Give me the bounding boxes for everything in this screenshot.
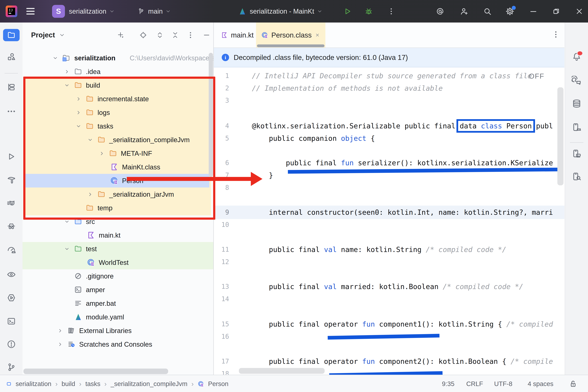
breadcrumb-separator: › [104,380,107,388]
ai-assistant-button[interactable] [435,0,445,22]
tree-row-logs[interactable]: logs [22,106,213,119]
running-devices-button[interactable] [565,148,588,158]
more-tools-button[interactable] [0,106,22,116]
close-button[interactable] [575,0,584,22]
version-control-tool-button[interactable] [0,362,22,372]
editor-vertical-scrollbar[interactable] [557,87,564,185]
hamburger-menu-icon[interactable] [26,0,34,22]
chevron-right-icon[interactable] [57,342,63,347]
tab-main-kt[interactable]: main.kt [216,22,259,48]
tree-row-external-libraries[interactable]: External Libraries [22,324,213,338]
notifications-button[interactable] [565,52,588,62]
tree-row-src[interactable]: src [22,215,213,228]
code-editor[interactable]: 1 2 3 4 5 6 7 8 9 10 11 12 13 14 15 16 1… [214,68,565,375]
more-actions[interactable] [387,0,395,22]
tree-row-test[interactable]: test [22,242,213,256]
chevron-right-icon[interactable] [76,110,81,115]
profiler-tool-button[interactable] [0,198,22,208]
chevron-down-icon[interactable] [76,124,81,129]
tree-row-main-kt[interactable]: main.kt [22,228,213,242]
add-user-button[interactable] [459,0,469,22]
panel-options-icon[interactable] [186,31,194,39]
device-explorer-button[interactable] [565,172,588,182]
readonly-toggle[interactable] [569,380,578,388]
device-manager-button[interactable] [565,122,588,132]
indent-setting[interactable]: 4 spaces [528,375,554,392]
run-button[interactable] [343,0,352,22]
editor-horizontal-scrollbar[interactable] [239,368,325,374]
settings-button[interactable] [505,0,515,22]
minimize-button[interactable] [529,0,538,22]
tree-row-temp[interactable]: temp [22,201,213,215]
tree-row-idea[interactable]: .idea [22,65,213,78]
tree-row-jarjvm[interactable]: _serialitzation_jarJvm [22,188,213,201]
tree-row-scratches[interactable]: Scratches and Consoles [22,338,213,351]
tree-row-incremental-state[interactable]: incremental.state [22,92,213,106]
file-encoding[interactable]: UTF-8 [494,375,512,392]
ai-assistant-chat-icon [572,76,582,86]
caret-position[interactable]: 9:35 [442,375,455,392]
locate-file-icon[interactable] [139,31,147,39]
breadcrumb-item[interactable]: serialitzation [16,380,51,388]
tree-row-mainkt-class[interactable]: MainKt.class [22,160,213,174]
problems-tool-button[interactable] [0,339,22,349]
expand-all-icon[interactable] [156,31,164,39]
android-profiler-tool-button[interactable] [0,245,22,254]
bookmarks-tool-button[interactable] [0,82,22,92]
code-line: public final operator fun component2(): … [252,354,553,368]
tree-horizontal-scrollbar[interactable] [23,368,168,374]
chevron-right-icon[interactable] [99,151,105,156]
incognito-tool-button[interactable] [0,221,22,231]
chevron-down-icon[interactable] [87,137,93,142]
tree-row-meta-inf[interactable]: META-INF [22,146,213,160]
chevron-right-icon[interactable] [76,96,81,102]
app-logo-icon[interactable]: IJ [6,0,17,22]
structure-tool-button[interactable] [0,52,22,62]
ai-assistant-tool-button[interactable] [565,76,588,86]
tree-row-build[interactable]: build [22,78,213,92]
database-tool-button[interactable] [565,98,588,108]
chevron-down-icon[interactable] [64,246,70,252]
tree-row-tasks[interactable]: tasks [22,119,213,133]
add-icon[interactable] [117,31,125,39]
chevron-down-icon[interactable] [64,219,70,224]
coverage-tool-button[interactable] [0,270,22,280]
run-configuration[interactable]: serialitzation - MainKt [238,0,322,22]
tab-person-class[interactable]: Person.class [256,22,325,48]
chevron-down-icon[interactable] [52,55,58,61]
restore-button[interactable] [551,0,561,22]
tree-row-gitignore[interactable]: .gitignore [22,269,213,283]
tree-row-amper[interactable]: amper [22,283,213,296]
project-selector[interactable]: S serialitzation [52,0,115,22]
tree-row-worldtest[interactable]: WorldTest [22,256,213,269]
breadcrumb-item[interactable]: build [61,380,75,388]
breadcrumb-item[interactable]: tasks [85,380,100,388]
chevron-right-icon[interactable] [87,192,93,197]
search-everywhere-button[interactable] [483,0,492,22]
hide-panel-icon[interactable] [203,31,211,39]
chevron-down-icon[interactable] [64,82,70,88]
branch-selector[interactable]: main [137,0,171,22]
tree-vertical-scrollbar[interactable] [209,53,213,177]
tree-row-root[interactable]: serialitzation C:\Users\david\Workspace\… [22,51,213,65]
project-avatar: S [52,5,65,18]
close-tab-icon[interactable] [315,32,320,38]
build-tool-button[interactable] [0,175,22,185]
terminal-tool-button[interactable] [0,316,22,326]
breadcrumb-item[interactable]: Person [208,380,228,388]
inspection-widget[interactable]: OFF [529,70,544,83]
tree-row-amper-bat[interactable]: amper.bat [22,296,213,310]
chevron-down-icon[interactable] [59,32,65,38]
collapse-all-icon[interactable] [171,31,179,39]
tree-row-module-yaml[interactable]: module.yaml [22,310,213,324]
services-tool-button[interactable] [0,293,22,303]
tree-row-compilejvm[interactable]: _serialitzation_compileJvm [22,133,213,146]
project-tool-button[interactable] [0,29,22,41]
debug-button[interactable] [364,0,373,22]
breadcrumb-item[interactable]: _serialitzation_compileJvm [110,380,187,388]
chevron-right-icon[interactable] [64,69,70,74]
line-separator[interactable]: CRLF [466,375,483,392]
chevron-right-icon[interactable] [57,328,63,334]
run-tool-button[interactable] [0,152,22,162]
editor-options-button[interactable] [552,30,560,39]
